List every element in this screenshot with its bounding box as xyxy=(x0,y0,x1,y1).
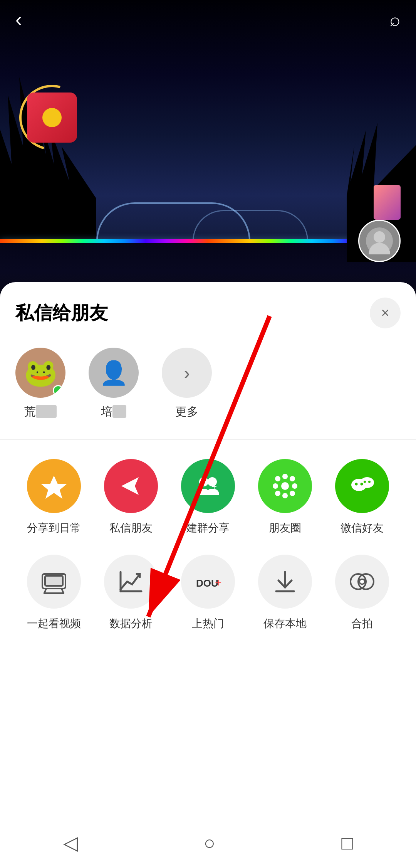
action-data-analysis[interactable]: 数据分析 xyxy=(92,555,169,631)
top-bar: ‹ ⌕ xyxy=(0,0,416,39)
save-local-icon xyxy=(258,555,312,609)
svg-text:+: + xyxy=(211,481,217,491)
action-watch-together[interactable]: 一起看视频 xyxy=(15,555,92,631)
nav-back-button[interactable]: ◁ xyxy=(63,832,78,854)
friend-item-2[interactable]: 👤 培■■ xyxy=(89,348,139,420)
moments-icon xyxy=(258,459,312,513)
private-msg-icon xyxy=(104,459,158,513)
svg-point-9 xyxy=(292,483,297,489)
more-avatar: › xyxy=(162,348,212,398)
svg-point-16 xyxy=(355,483,358,486)
wechat-label: 微信好友 xyxy=(341,521,384,535)
svg-point-12 xyxy=(275,491,280,496)
more-item[interactable]: › 更多 xyxy=(162,348,212,420)
data-analysis-icon xyxy=(104,555,158,609)
action-grid: 分享到日常 私信朋友 + 建群分享 xyxy=(15,459,401,631)
svg-point-5 xyxy=(281,482,289,490)
svg-point-2 xyxy=(199,477,208,486)
share-daily-label: 分享到日常 xyxy=(27,521,81,535)
red-envelope[interactable] xyxy=(19,85,85,150)
online-indicator-1 xyxy=(53,385,64,396)
trending-label: 上热门 xyxy=(192,616,224,631)
action-wechat[interactable]: 微信好友 xyxy=(324,459,401,535)
sheet-header: 私信给朋友 × xyxy=(15,298,401,328)
action-moments[interactable]: 朋友圈 xyxy=(247,459,324,535)
svg-point-34 xyxy=(360,580,364,584)
group-share-icon: + xyxy=(181,459,235,513)
action-share-daily[interactable]: 分享到日常 xyxy=(15,459,92,535)
friend-avatar-1: 🐸 xyxy=(15,348,65,398)
action-collab[interactable]: 合拍 xyxy=(324,555,401,631)
svg-marker-1 xyxy=(121,477,139,495)
moments-label: 朋友圈 xyxy=(269,521,301,535)
collab-icon xyxy=(335,555,389,609)
svg-point-15 xyxy=(360,477,374,488)
svg-marker-0 xyxy=(41,476,67,499)
share-bottom-sheet: 私信给朋友 × 🐸 荒■■■ 👤 培■■ › 更多 xyxy=(0,282,416,868)
svg-point-10 xyxy=(275,476,280,481)
video-background xyxy=(0,0,416,301)
action-group-share[interactable]: + 建群分享 xyxy=(169,459,247,535)
close-button[interactable]: × xyxy=(370,298,401,328)
friend-item-1[interactable]: 🐸 荒■■■ xyxy=(15,348,65,420)
save-local-label: 保存本地 xyxy=(263,616,307,631)
svg-point-8 xyxy=(273,483,278,489)
svg-point-6 xyxy=(282,474,288,479)
more-label: 更多 xyxy=(175,404,198,420)
svg-point-18 xyxy=(364,481,366,483)
svg-point-11 xyxy=(290,476,295,481)
back-button[interactable]: ‹ xyxy=(15,8,22,30)
action-trending[interactable]: DOU + 上热门 xyxy=(169,555,247,631)
search-button[interactable]: ⌕ xyxy=(389,9,401,30)
friend-name-1: 荒■■■ xyxy=(24,404,57,420)
trending-icon: DOU + xyxy=(181,555,235,609)
svg-point-13 xyxy=(290,491,295,496)
friend-name-2: 培■■ xyxy=(101,404,126,420)
mini-thumbnail xyxy=(374,185,401,220)
private-msg-label: 私信朋友 xyxy=(109,521,153,535)
action-save-local[interactable]: 保存本地 xyxy=(247,555,324,631)
friend-avatar-2: 👤 xyxy=(89,348,139,398)
svg-point-7 xyxy=(282,493,288,498)
svg-point-19 xyxy=(368,481,371,483)
nav-recent-button[interactable]: □ xyxy=(341,832,353,854)
wechat-icon xyxy=(335,459,389,513)
nav-home-button[interactable]: ○ xyxy=(204,832,215,854)
watch-together-label: 一起看视频 xyxy=(27,616,81,631)
share-daily-icon xyxy=(27,459,81,513)
collab-label: 合拍 xyxy=(351,616,373,631)
friends-row: 🐸 荒■■■ 👤 培■■ › 更多 xyxy=(15,348,401,420)
group-share-label: 建群分享 xyxy=(186,521,230,535)
svg-text:+: + xyxy=(215,576,221,589)
sheet-title: 私信给朋友 xyxy=(15,301,108,325)
svg-rect-24 xyxy=(45,576,63,586)
action-private-msg[interactable]: 私信朋友 xyxy=(92,459,169,535)
nav-bar: ◁ ○ □ xyxy=(0,818,416,868)
video-creator-avatar[interactable] xyxy=(358,220,401,262)
svg-point-17 xyxy=(361,483,363,486)
divider xyxy=(0,439,416,440)
data-analysis-label: 数据分析 xyxy=(109,616,153,631)
watch-together-icon xyxy=(27,555,81,609)
